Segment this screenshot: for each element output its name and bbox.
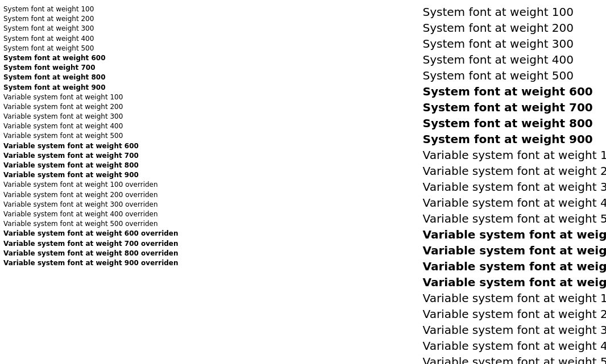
right-font-line-11: Variable system font at weight 300 [423, 179, 606, 195]
left-font-line-12: Variable system font at weight 400 [3, 122, 179, 131]
right-font-line-14: Variable system font at weight 600 [423, 227, 606, 242]
left-font-line-20: Variable system font at weight 300 overr… [3, 200, 179, 209]
right-font-line-18: Variable system font at weight 100 overr… [423, 291, 606, 306]
left-font-line-17: Variable system font at weight 900 [3, 170, 179, 179]
right-font-line-7: System font at weight 800 [423, 116, 606, 131]
right-font-line-21: Variable system font at weight 400 overr… [423, 338, 606, 354]
right-font-line-6: System font at weight 700 [423, 100, 606, 115]
right-font-line-2: System font at weight 300 [423, 36, 606, 52]
left-font-line-23: Variable system font at weight 600 overr… [3, 229, 179, 238]
right-font-line-15: Variable system font at weight 700 [423, 243, 606, 258]
left-font-line-6: System font weight 700 [3, 63, 179, 72]
left-font-line-2: System font at weight 300 [3, 24, 179, 33]
right-font-line-20: Variable system font at weight 300 overr… [423, 323, 606, 338]
left-font-line-22: Variable system font at weight 500 overr… [3, 219, 179, 228]
right-font-line-22: Variable system font at weight 500 overr… [423, 354, 606, 364]
left-font-line-1: System font at weight 200 [3, 14, 179, 23]
left-font-line-14: Variable system font at weight 600 [3, 141, 179, 150]
left-font-line-16: Variable system font at weight 800 [3, 161, 179, 170]
left-font-line-5: System font at weight 600 [3, 53, 179, 62]
right-font-line-16: Variable system font at weight 800 [423, 259, 606, 274]
left-font-line-0: System font at weight 100 [3, 5, 179, 14]
left-font-line-26: Variable system font at weight 900 overr… [3, 258, 179, 267]
left-font-line-11: Variable system font at weight 300 [3, 112, 179, 121]
left-font-line-8: System font at weight 900 [3, 83, 179, 92]
right-font-line-8: System font at weight 900 [423, 132, 606, 147]
left-font-line-18: Variable system font at weight 100 overr… [3, 180, 179, 189]
right-font-line-1: System font at weight 200 [423, 20, 606, 36]
left-font-line-25: Variable system font at weight 800 overr… [3, 249, 179, 258]
right-font-line-10: Variable system font at weight 200 [423, 164, 606, 179]
left-font-line-21: Variable system font at weight 400 overr… [3, 210, 179, 219]
left-font-line-10: Variable system font at weight 200 [3, 102, 179, 111]
right-font-line-4: System font at weight 500 [423, 68, 606, 83]
right-font-line-9: Variable system font at weight 100 [423, 148, 606, 163]
right-font-line-3: System font at weight 400 [423, 52, 606, 68]
left-font-line-13: Variable system font at weight 500 [3, 131, 179, 140]
right-font-line-5: System font at weight 600 [423, 84, 606, 99]
left-font-line-4: System font at weight 500 [3, 44, 179, 53]
left-font-line-3: System font at weight 400 [3, 34, 179, 43]
left-font-line-19: Variable system font at weight 200 overr… [3, 190, 179, 199]
left-column: System font at weight 100System font at … [3, 5, 179, 364]
main-container: System font at weight 100System font at … [0, 0, 606, 364]
right-font-line-17: Variable system font at weight 900 [423, 275, 606, 290]
left-font-line-24: Variable system font at weight 700 overr… [3, 239, 179, 248]
left-font-line-9: Variable system font at weight 100 [3, 93, 179, 102]
right-column: System font at weight 100System font at … [179, 5, 606, 364]
right-font-line-13: Variable system font at weight 500 [423, 211, 606, 227]
left-font-line-15: Variable system font at weight 700 [3, 151, 179, 160]
right-font-line-19: Variable system font at weight 200 overr… [423, 307, 606, 322]
right-font-line-0: System font at weight 100 [423, 5, 606, 20]
right-font-line-12: Variable system font at weight 400 [423, 195, 606, 211]
left-font-line-7: System font at weight 800 [3, 73, 179, 82]
